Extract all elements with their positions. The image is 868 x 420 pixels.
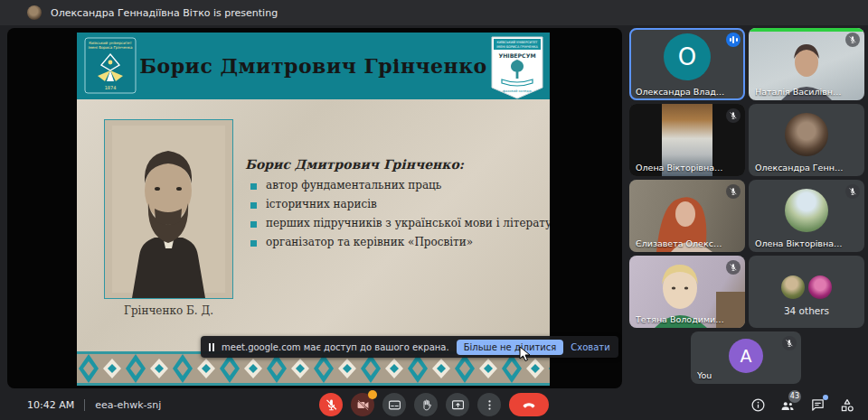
universum-college-logo-icon: КИЇВСЬКИЙ УНІВЕРСИТЕТ ІМЕНІ БОРИСА ГРІНЧ… — [491, 36, 543, 99]
participant-tile[interactable]: Тетяна Володимирівна Ловей... — [629, 256, 745, 328]
slide-intro-heading: Борис Дмитрович Грінченко: — [245, 157, 545, 172]
bullet-marker — [250, 183, 257, 190]
speaking-indicator-icon — [726, 33, 741, 47]
bullet-item: автор фундаментальних праць — [245, 179, 545, 191]
svg-text:імені Бориса Грінченка: імені Бориса Грінченка — [89, 45, 133, 50]
meeting-control-bar: 10:42 AM eea-ehwk-snj — [0, 390, 868, 420]
shared-slide: Київський університет імені Бориса Грінч… — [77, 33, 550, 386]
participant-tile[interactable]: Наталія Василівна Розінкович — [749, 28, 864, 100]
slide-title: Борис Дмитрович Грінченко — [139, 54, 487, 78]
participant-name: Олександра Владиславівна ... — [636, 87, 725, 97]
mic-off-icon — [782, 336, 797, 350]
chat-panel-button[interactable] — [808, 397, 826, 415]
bullet-marker — [250, 240, 257, 247]
call-controls — [319, 393, 549, 416]
camera-toggle-button[interactable] — [351, 393, 374, 416]
hide-notice-button[interactable]: Сховати — [571, 342, 609, 352]
captions-button[interactable] — [382, 393, 406, 416]
participant-photo-avatar — [785, 113, 828, 156]
presenting-banner: Олександра Геннадіївна Вітко is presenti… — [0, 0, 868, 25]
slide-text-block: Борис Дмитрович Грінченко: автор фундаме… — [245, 157, 545, 255]
mic-off-icon — [845, 184, 860, 199]
bullet-item: організатор та керівник «Просвіти» — [245, 236, 545, 248]
present-screen-button[interactable] — [446, 393, 469, 416]
chat-notification-dot — [823, 395, 828, 400]
portrait-caption: Грінченко Б. Д. — [104, 304, 233, 317]
presenting-text: Олександра Геннадіївна Вітко is presenti… — [51, 7, 278, 19]
meeting-details-button[interactable] — [749, 397, 767, 415]
svg-text:1874: 1874 — [105, 85, 117, 90]
participant-tile[interactable]: О Олександра Владиславівна ... — [629, 28, 745, 100]
participant-name: Тетяна Володимирівна Ловей... — [636, 314, 725, 324]
svg-text:ІМЕНІ БОРИСА ГРІНЧЕНКА: ІМЕНІ БОРИСА ГРІНЧЕНКА — [496, 45, 538, 49]
bullet-item: історичних нарисів — [245, 198, 545, 210]
meeting-panels: 43 — [749, 390, 856, 420]
self-label: You — [697, 370, 781, 380]
svg-text:фаховий коледж: фаховий коледж — [503, 89, 533, 93]
presentation-stage[interactable]: Київський університет імені Бориса Грінч… — [7, 28, 622, 388]
self-view-tile[interactable]: A You — [691, 331, 801, 384]
bullet-marker — [250, 202, 257, 209]
participant-name: Єлизавета Олександрівна Мі... — [636, 238, 725, 248]
google-meet-window: Олександра Геннадіївна Вітко is presenti… — [0, 0, 868, 420]
participants-sidebar: О Олександра Владиславівна ... Наталія В… — [629, 28, 864, 388]
presenter-avatar — [27, 5, 42, 20]
mic-off-icon — [726, 260, 741, 275]
participant-tile[interactable]: Олена Вікторівна Груздьова — [629, 104, 745, 176]
participants-panel-button[interactable]: 43 — [778, 397, 797, 415]
participant-name: Олена Вікторівна Груздьова — [755, 238, 844, 248]
others-count-label: 34 others — [749, 305, 864, 316]
university-logo-icon: Київський університет імені Бориса Грінч… — [84, 37, 137, 94]
participant-tile[interactable]: Єлизавета Олександрівна Мі... — [629, 180, 745, 252]
share-notice-text: meet.google.com має доступ до вашого екр… — [222, 342, 449, 352]
leave-call-button[interactable] — [509, 393, 549, 416]
camera-alert-badge — [368, 390, 377, 399]
participant-name: Олена Вікторівна Груздьова — [636, 163, 725, 173]
others-tile[interactable]: 34 others — [749, 256, 864, 328]
participant-name: Олександра Геннадіївна Вітко — [755, 163, 844, 173]
slide-body: Грінченко Б. Д. Борис Дмитрович Грінченк… — [77, 99, 550, 351]
slide-header: Київський університет імені Бориса Грінч… — [77, 33, 550, 99]
others-avatars — [781, 275, 832, 299]
participant-tile[interactable]: Олена Вікторівна Груздьова — [749, 180, 864, 252]
svg-text:КИЇВСЬКИЙ УНІВЕРСИТЕТ: КИЇВСЬКИЙ УНІВЕРСИТЕТ — [497, 40, 539, 44]
raise-hand-button[interactable] — [414, 393, 438, 416]
participant-tile[interactable]: Олександра Геннадіївна Вітко — [749, 104, 864, 176]
participant-name: Наталія Василівна Розінкович — [755, 87, 844, 97]
more-options-button[interactable] — [477, 393, 501, 416]
bullet-item: перших підручників з української мови і … — [245, 217, 545, 229]
activities-button[interactable] — [838, 397, 856, 415]
meeting-info: 10:42 AM eea-ehwk-snj — [27, 390, 161, 420]
clock-time: 10:42 AM — [27, 399, 74, 411]
svg-text:УНІВЕРСУМ: УНІВЕРСУМ — [498, 52, 535, 59]
mic-off-icon — [726, 184, 741, 199]
self-avatar: A — [729, 339, 763, 373]
mic-toggle-button[interactable] — [319, 393, 343, 416]
stop-sharing-button[interactable]: Більше не ділитися — [457, 340, 564, 355]
divider — [84, 399, 85, 411]
mic-off-icon — [845, 33, 860, 47]
mic-off-icon — [726, 108, 741, 123]
meeting-code: eea-ehwk-snj — [95, 399, 161, 411]
hrinchenko-portrait — [104, 119, 233, 299]
pause-icon[interactable] — [209, 343, 214, 351]
bullet-marker — [250, 221, 257, 228]
mouse-cursor — [519, 346, 532, 362]
participant-photo-avatar — [785, 189, 828, 232]
video-glitch-strip — [749, 28, 864, 32]
participants-count-badge: 43 — [788, 390, 801, 403]
screen-share-notice: meet.google.com має доступ до вашого екр… — [201, 336, 618, 358]
participant-avatar: О — [664, 33, 711, 80]
